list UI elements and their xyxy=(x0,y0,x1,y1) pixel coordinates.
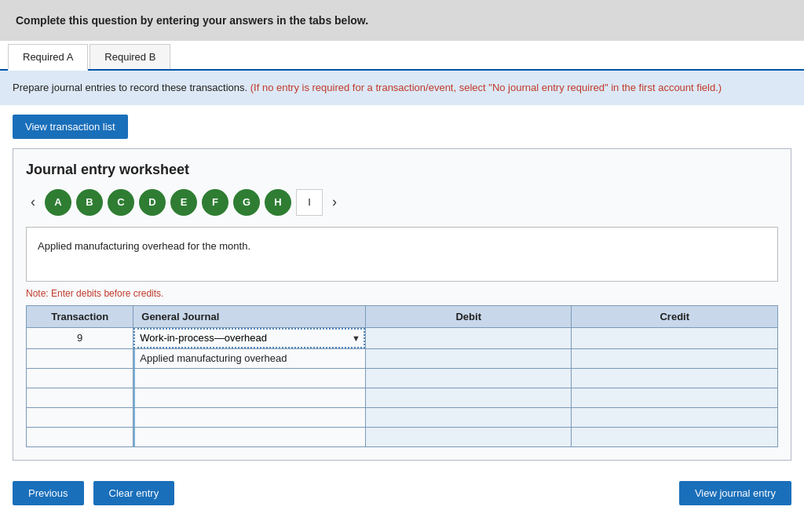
debit-input-3[interactable] xyxy=(366,369,572,388)
nav-btn-f[interactable]: F xyxy=(202,189,228,216)
table-row xyxy=(27,427,778,446)
previous-button[interactable]: Previous xyxy=(13,481,84,505)
credit-input-5[interactable] xyxy=(572,408,777,427)
top-banner: Complete this question by entering your … xyxy=(0,0,804,41)
note-text: Note: Enter debits before credits. xyxy=(26,288,778,299)
nav-btn-h[interactable]: H xyxy=(265,189,291,216)
description-text: Applied manufacturing overhead for the m… xyxy=(38,240,250,252)
tabs-row: Required A Required B xyxy=(0,44,804,71)
debit-input-6[interactable] xyxy=(366,428,572,446)
credit-input-6[interactable] xyxy=(572,428,777,446)
info-text-red: (If no entry is required for a transacti… xyxy=(250,82,722,93)
description-box: Applied manufacturing overhead for the m… xyxy=(26,227,778,282)
col-header-transaction: Transaction xyxy=(27,305,133,327)
transaction-number: 9 xyxy=(27,327,133,348)
transaction-number-empty-1 xyxy=(27,348,133,368)
worksheet-container: Journal entry worksheet ‹ A B C D E F G … xyxy=(13,148,791,461)
nav-tab-i[interactable]: I xyxy=(296,189,323,216)
credit-input-1[interactable] xyxy=(572,329,777,348)
col-header-general-journal: General Journal xyxy=(133,305,366,327)
banner-text: Complete this question by entering your … xyxy=(16,14,368,27)
general-journal-cell-1[interactable]: ▼ xyxy=(133,327,366,348)
nav-btn-a[interactable]: A xyxy=(45,189,71,216)
debit-input-1[interactable] xyxy=(366,329,572,348)
col-header-credit: Credit xyxy=(572,305,778,327)
nav-prev-arrow[interactable]: ‹ xyxy=(26,192,40,212)
bottom-buttons: Previous Clear entry View journal entry xyxy=(0,473,804,513)
dropdown-arrow-icon[interactable]: ▼ xyxy=(349,333,364,343)
info-text-plain: Prepare journal entries to record these … xyxy=(13,82,250,93)
nav-next-arrow[interactable]: › xyxy=(327,192,342,212)
nav-btn-e[interactable]: E xyxy=(170,189,197,216)
nav-btn-g[interactable]: G xyxy=(233,189,260,216)
view-btn-row: View transaction list xyxy=(0,105,804,148)
general-journal-cell-2[interactable]: Applied manufacturing overhead xyxy=(133,348,366,368)
journal-table: Transaction General Journal Debit Credit… xyxy=(26,305,778,447)
credit-cell-2[interactable] xyxy=(572,348,778,368)
table-row: Applied manufacturing overhead xyxy=(27,348,778,368)
debit-cell-2[interactable] xyxy=(365,348,572,368)
col-header-debit: Debit xyxy=(365,305,572,327)
tab-required-b[interactable]: Required B xyxy=(90,44,170,69)
debit-input-2[interactable] xyxy=(366,349,572,368)
general-journal-plain-2: Applied manufacturing overhead xyxy=(133,349,365,368)
table-row xyxy=(27,368,778,388)
nav-row: ‹ A B C D E F G H I › xyxy=(26,189,778,216)
clear-entry-button[interactable]: Clear entry xyxy=(93,481,175,505)
nav-btn-c[interactable]: C xyxy=(108,189,134,216)
general-journal-input-1[interactable] xyxy=(135,330,349,347)
nav-btn-b[interactable]: B xyxy=(76,189,103,216)
debit-cell-1[interactable] xyxy=(365,327,572,348)
table-row xyxy=(27,407,778,427)
nav-btn-d[interactable]: D xyxy=(139,189,166,216)
credit-input-4[interactable] xyxy=(572,388,777,407)
general-journal-dropdown-1[interactable]: ▼ xyxy=(133,328,365,348)
debit-input-4[interactable] xyxy=(366,388,572,407)
credit-input-3[interactable] xyxy=(572,369,777,388)
table-row: 9 ▼ xyxy=(27,327,778,348)
general-journal-text-2: Applied manufacturing overhead xyxy=(140,352,287,364)
view-journal-entry-button[interactable]: View journal entry xyxy=(679,481,791,505)
tab-required-a[interactable]: Required A xyxy=(8,44,88,71)
info-box: Prepare journal entries to record these … xyxy=(0,71,804,105)
worksheet-title: Journal entry worksheet xyxy=(26,162,778,178)
credit-input-2[interactable] xyxy=(572,349,777,368)
view-transaction-button[interactable]: View transaction list xyxy=(13,115,128,139)
credit-cell-1[interactable] xyxy=(572,327,778,348)
debit-input-5[interactable] xyxy=(366,408,572,427)
table-row xyxy=(27,388,778,407)
